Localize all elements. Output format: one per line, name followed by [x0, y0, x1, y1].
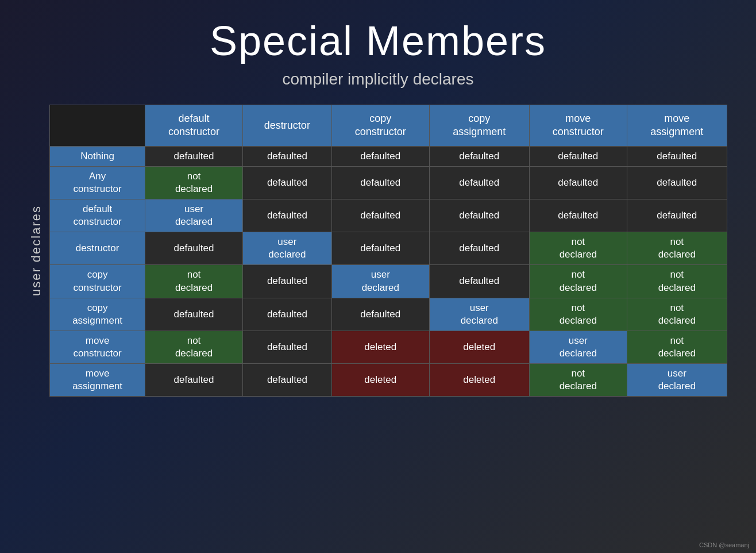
- row-label-0: Nothing: [50, 146, 145, 166]
- cell-2-0: userdeclared: [145, 199, 243, 232]
- cell-6-4: userdeclared: [529, 331, 627, 363]
- table-row: defaultconstructoruserdeclareddefaultedd…: [50, 199, 727, 232]
- table-row: Nothingdefaulteddefaulteddefaulteddefaul…: [50, 146, 727, 166]
- cell-3-3: defaulted: [429, 232, 529, 265]
- cell-0-3: defaulted: [429, 146, 529, 166]
- cell-0-0: defaulted: [145, 146, 243, 166]
- cell-7-0: defaulted: [145, 364, 243, 397]
- cell-5-4: notdeclared: [529, 298, 627, 331]
- cell-0-5: defaulted: [627, 146, 727, 166]
- cell-1-0: notdeclared: [145, 166, 243, 199]
- header-col3: copyconstructor: [331, 105, 429, 147]
- table-row: copyassignmentdefaulteddefaulteddefaulte…: [50, 298, 727, 331]
- cell-6-3: deleted: [429, 331, 529, 363]
- cell-1-4: defaulted: [529, 166, 627, 199]
- cell-1-3: defaulted: [429, 166, 529, 199]
- cell-7-2: deleted: [331, 364, 429, 397]
- cell-0-1: defaulted: [242, 146, 331, 166]
- table-row: moveassignmentdefaulteddefaulteddeletedd…: [50, 364, 727, 397]
- page-title: Special Members: [210, 17, 546, 64]
- cell-5-5: notdeclared: [627, 298, 727, 331]
- cell-1-1: defaulted: [242, 166, 331, 199]
- cell-5-3: userdeclared: [429, 298, 529, 331]
- cell-7-3: deleted: [429, 364, 529, 397]
- cell-3-5: notdeclared: [627, 232, 727, 265]
- row-label-5: copyassignment: [50, 298, 145, 331]
- cell-4-1: defaulted: [242, 265, 331, 298]
- cell-5-0: defaulted: [145, 298, 243, 331]
- header-col4: copyassignment: [429, 105, 529, 147]
- row-label-3: destructor: [50, 232, 145, 265]
- cell-6-0: notdeclared: [145, 331, 243, 363]
- row-label-7: moveassignment: [50, 364, 145, 397]
- table-header-row: defaultconstructor destructor copyconstr…: [50, 105, 727, 147]
- row-label-2: defaultconstructor: [50, 199, 145, 232]
- cell-4-5: notdeclared: [627, 265, 727, 298]
- cell-3-4: notdeclared: [529, 232, 627, 265]
- cell-7-4: notdeclared: [529, 364, 627, 397]
- cell-6-5: notdeclared: [627, 331, 727, 363]
- cell-2-4: defaulted: [529, 199, 627, 232]
- cell-3-0: defaulted: [145, 232, 243, 265]
- cell-6-2: deleted: [331, 331, 429, 363]
- cell-2-1: defaulted: [242, 199, 331, 232]
- cell-3-2: defaulted: [331, 232, 429, 265]
- side-label: user declares: [29, 205, 44, 296]
- row-label-6: moveconstructor: [50, 331, 145, 363]
- cell-6-1: defaulted: [242, 331, 331, 363]
- cell-4-4: notdeclared: [529, 265, 627, 298]
- cell-7-5: userdeclared: [627, 364, 727, 397]
- row-label-4: copyconstructor: [50, 265, 145, 298]
- header-col1: defaultconstructor: [145, 105, 243, 147]
- cell-4-3: defaulted: [429, 265, 529, 298]
- cell-1-2: defaulted: [331, 166, 429, 199]
- header-col2: destructor: [242, 105, 331, 147]
- row-label-1: Anyconstructor: [50, 166, 145, 199]
- watermark: CSDN @seamanj: [699, 542, 749, 548]
- table-row: moveconstructornotdeclareddefaulteddelet…: [50, 331, 727, 363]
- cell-4-0: notdeclared: [145, 265, 243, 298]
- cell-0-2: defaulted: [331, 146, 429, 166]
- cell-5-1: defaulted: [242, 298, 331, 331]
- main-container: user declares defaultconstructor destruc…: [29, 105, 727, 397]
- cell-7-1: defaulted: [242, 364, 331, 397]
- header-col6: moveassignment: [627, 105, 727, 147]
- special-members-table: defaultconstructor destructor copyconstr…: [49, 105, 727, 397]
- cell-2-2: defaulted: [331, 199, 429, 232]
- cell-2-3: defaulted: [429, 199, 529, 232]
- cell-5-2: defaulted: [331, 298, 429, 331]
- cell-3-1: userdeclared: [242, 232, 331, 265]
- page-subtitle: compiler implicitly declares: [283, 70, 474, 89]
- header-col0: [50, 105, 145, 147]
- cell-1-5: defaulted: [627, 166, 727, 199]
- cell-4-2: userdeclared: [331, 265, 429, 298]
- table-row: destructordefaulteduserdeclareddefaulted…: [50, 232, 727, 265]
- header-col5: moveconstructor: [529, 105, 627, 147]
- table-row: copyconstructornotdeclareddefaulteduserd…: [50, 265, 727, 298]
- cell-2-5: defaulted: [627, 199, 727, 232]
- table-row: Anyconstructornotdeclareddefaulteddefaul…: [50, 166, 727, 199]
- cell-0-4: defaulted: [529, 146, 627, 166]
